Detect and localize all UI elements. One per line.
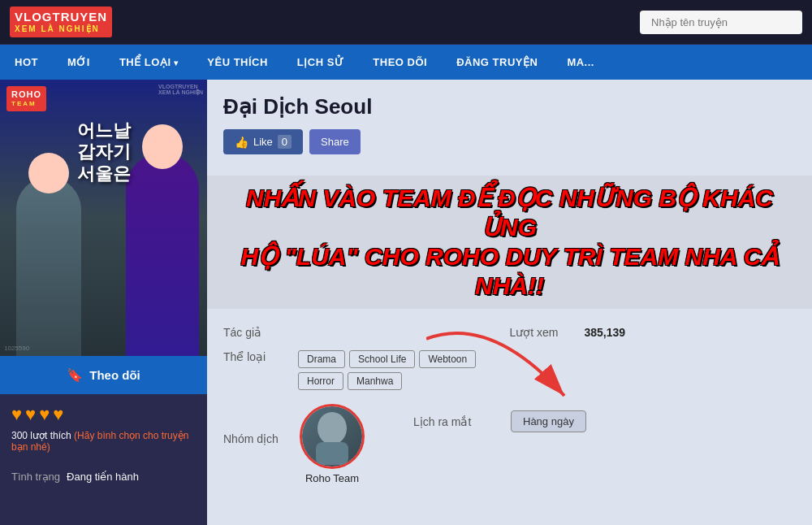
left-panel: ROHO TEAM VLOGTRUYENXEM LÀ NGHIỆN 어느날갑자기… — [0, 80, 207, 525]
nav-new[interactable]: MỚI — [53, 45, 105, 80]
logo-sub: XEM LÀ NGHIỆN — [15, 24, 107, 34]
nav-history[interactable]: LỊCH SỬ — [283, 45, 359, 80]
main-content: ROHO TEAM VLOGTRUYENXEM LÀ NGHIỆN 어느날갑자기… — [0, 80, 812, 525]
nav-follow[interactable]: THEO DÕI — [358, 45, 442, 80]
tag-manhwa[interactable]: Manhwa — [348, 372, 402, 390]
status-value: Đang tiến hành — [67, 471, 139, 483]
promo-overlay: NHẤN VÀO TEAM ĐỂ ĐỌC NHỮNG BỘ KHÁC ỦNG H… — [207, 176, 812, 309]
status-section: Tình trạng Đang tiến hành — [0, 462, 207, 491]
hearts-row: ♥ ♥ ♥ ♥ — [11, 404, 196, 425]
promo-text-1: NHẤN VÀO TEAM ĐỂ ĐỌC NHỮNG BỘ KHÁC ỦNG — [223, 184, 796, 242]
author-label: Tác giả — [223, 326, 288, 339]
views-value: 385,139 — [585, 326, 626, 339]
schedule-label: Lịch ra mắt — [413, 415, 495, 428]
cover-badge: ROHO TEAM — [6, 86, 46, 111]
action-buttons: 👍 Like 0 Share — [223, 129, 796, 154]
likes-count: 300 lượt thích — [11, 430, 71, 441]
search-input[interactable] — [640, 11, 802, 34]
like-label: Like — [253, 136, 273, 148]
translator-avatar[interactable] — [300, 404, 365, 469]
translator-label: Nhóm dịch — [223, 404, 288, 445]
tag-horror[interactable]: Horror — [298, 372, 343, 390]
heart-4[interactable]: ♥ — [53, 404, 63, 425]
heart-3[interactable]: ♥ — [39, 404, 50, 425]
like-button[interactable]: 👍 Like 0 — [223, 129, 303, 154]
logo: VLOGTRUYEN XEM LÀ NGHIỆN — [10, 7, 112, 37]
cover-number: 1025590 — [4, 345, 29, 352]
cover-title: 어느날갑자기서울은 — [0, 120, 207, 184]
nav-post[interactable]: ĐĂNG TRUYỆN — [442, 45, 552, 80]
cover-watermark: VLOGTRUYENXEM LÀ NGHIỆN — [158, 84, 203, 96]
logo-box[interactable]: VLOGTRUYEN XEM LÀ NGHIỆN — [10, 7, 112, 37]
translator-section: Nhóm dịch Roho Team — [223, 404, 365, 484]
heart-1[interactable]: ♥ — [11, 404, 22, 425]
like-count: 0 — [278, 135, 292, 149]
manga-header: Đại Dịch Seoul 👍 Like 0 Share — [207, 80, 812, 176]
svg-point-0 — [317, 412, 347, 445]
manga-cover: ROHO TEAM VLOGTRUYENXEM LÀ NGHIỆN 어느날갑자기… — [0, 80, 207, 356]
nav-more[interactable]: MA... — [552, 45, 609, 80]
promo-text-2: HỘ "LÚA" CHO ROHO DUY TRÌ TEAM NHA CẢ NH… — [223, 242, 796, 301]
thumb-icon: 👍 — [235, 136, 248, 149]
nav-genre[interactable]: THỂ LOẠI — [105, 45, 192, 80]
main-nav: HOT MỚI THỂ LOẠI YÊU THÍCH LỊCH SỬ THEO … — [0, 45, 812, 80]
status-label: Tình trạng — [11, 471, 60, 483]
nav-favorites[interactable]: YÊU THÍCH — [192, 45, 283, 80]
translator-avatar-wrapper: Roho Team — [300, 404, 365, 484]
svg-rect-1 — [316, 442, 348, 465]
header: VLOGTRUYEN XEM LÀ NGHIỆN — [0, 0, 812, 45]
manga-title: Đại Dịch Seoul — [223, 94, 796, 119]
nav-hot[interactable]: HOT — [0, 45, 53, 80]
search-box[interactable] — [640, 11, 802, 34]
share-button[interactable]: Share — [309, 129, 361, 154]
translator-name: Roho Team — [305, 472, 359, 484]
logo-main: VLOGTRUYEN — [15, 10, 107, 24]
promo-arrow — [426, 331, 572, 415]
right-panel: Đại Dịch Seoul 👍 Like 0 Share NHẤN VÀO T… — [207, 80, 812, 525]
tag-school[interactable]: School Life — [349, 350, 415, 368]
bookmark-icon: 🔖 — [67, 367, 83, 383]
avatar-image — [302, 406, 362, 466]
genre-label: Thể loại — [223, 350, 288, 363]
char-left — [16, 177, 81, 356]
rating-info: 300 lượt thích (Hãy bình chọn cho truyện… — [11, 430, 196, 453]
heart-2[interactable]: ♥ — [25, 404, 36, 425]
rating-section: ♥ ♥ ♥ ♥ 300 lượt thích (Hãy bình chọn ch… — [0, 394, 207, 462]
follow-label: Theo dõi — [89, 368, 140, 382]
follow-button[interactable]: 🔖 Theo dõi — [0, 356, 207, 394]
tag-drama[interactable]: Drama — [298, 350, 345, 368]
